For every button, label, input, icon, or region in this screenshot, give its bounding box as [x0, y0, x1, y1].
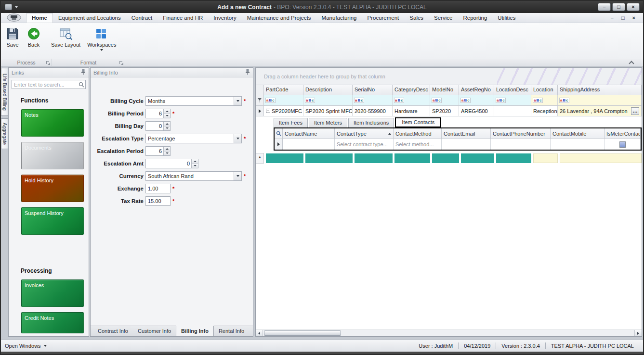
- tab-item-meters[interactable]: Item Meters: [309, 118, 347, 127]
- filter-cell-locationdesc[interactable]: aBc: [494, 95, 531, 105]
- filter-cell-location[interactable]: aBc: [531, 95, 558, 105]
- filter-cell-shippingaddress[interactable]: aBc: [558, 95, 642, 105]
- ribbon-tab-home[interactable]: Home: [26, 13, 53, 23]
- cell-location[interactable]: Reception: [531, 106, 558, 116]
- column-header-categorydesc[interactable]: CategoryDesc: [393, 85, 430, 95]
- filter-cell-partcode[interactable]: aBc: [264, 95, 303, 105]
- column-header-assetregno[interactable]: AssetRegNo: [459, 85, 494, 95]
- exchange-field[interactable]: 1.00: [145, 184, 171, 193]
- save-layout-button[interactable]: Save Layout: [48, 25, 84, 58]
- contacts-data-row[interactable]: Select contract type... Select method...: [275, 139, 641, 150]
- side-tab-life-based-billing[interactable]: Life Based Billing: [1, 68, 8, 116]
- tab-contract-info[interactable]: Contract Info: [93, 326, 133, 336]
- tab-item-inclusions[interactable]: Item Inclusions: [348, 118, 394, 127]
- format-dialog-launcher-icon[interactable]: [119, 61, 123, 65]
- new-row-cell-lookup[interactable]: [560, 153, 642, 163]
- shipping-address-ellipsis-button[interactable]: …: [631, 107, 639, 115]
- back-button[interactable]: Back: [23, 25, 44, 58]
- dropdown-button[interactable]: [234, 172, 241, 180]
- tab-billing-info[interactable]: Billing Info: [176, 326, 214, 336]
- cell-locationdesc[interactable]: [494, 106, 531, 116]
- billing-period-spinner[interactable]: 6: [145, 109, 171, 118]
- new-row-cell[interactable]: [496, 153, 531, 163]
- cell-contactmethod[interactable]: Select method...: [394, 139, 442, 150]
- escalation-type-combobox[interactable]: Percentage: [145, 134, 242, 143]
- new-row-cell[interactable]: [305, 153, 353, 163]
- tab-customer-info[interactable]: Customer Info: [133, 326, 176, 336]
- scroll-left-button[interactable]: [256, 330, 263, 336]
- is-meter-contact-checkbox[interactable]: [619, 141, 626, 148]
- filter-cell-categorydesc[interactable]: aBc: [393, 95, 430, 105]
- dropdown-button[interactable]: [234, 97, 241, 105]
- column-header-serialno[interactable]: SerialNo: [353, 85, 393, 95]
- function-button-documents[interactable]: Documents: [21, 142, 84, 169]
- horizontal-scrollbar[interactable]: [256, 330, 642, 336]
- function-button-suspend-history[interactable]: Suspend History: [21, 207, 84, 235]
- application-menu-button[interactable]: [7, 13, 21, 22]
- escalation-amt-spinner[interactable]: 0: [145, 159, 198, 168]
- column-header-locationdesc[interactable]: LocationDesc: [494, 85, 531, 95]
- row-indicator[interactable]: [256, 106, 264, 116]
- new-row-cell[interactable]: [432, 153, 459, 163]
- column-header-partcode[interactable]: PartCode: [264, 85, 303, 95]
- cell-contactemail[interactable]: [442, 139, 491, 150]
- open-windows-button[interactable]: Open Windows: [5, 343, 47, 349]
- cell-categorydesc[interactable]: Hardware: [393, 106, 430, 116]
- maximize-button[interactable]: □: [612, 3, 625, 11]
- column-header-contactemail[interactable]: ContactEmail: [442, 128, 491, 139]
- cell-contactphonenumber[interactable]: [491, 139, 551, 150]
- ribbon-tab-contract[interactable]: Contract: [126, 13, 158, 23]
- scrollbar-thumb[interactable]: [264, 330, 341, 336]
- column-header-contactmobile[interactable]: ContactMobile: [551, 128, 605, 139]
- new-row-cell-lookup[interactable]: [533, 153, 558, 163]
- tab-rental-info[interactable]: Rental Info: [214, 326, 249, 336]
- spin-up-button[interactable]: [164, 122, 170, 126]
- spin-down-button[interactable]: [164, 126, 170, 131]
- contact-row-indicator[interactable]: [275, 139, 283, 150]
- grid-data-row[interactable]: SP2020MFC SP2020 Sprint MFC 2020-559900 …: [256, 106, 642, 116]
- pin-icon[interactable]: [81, 69, 86, 76]
- cell-partcode[interactable]: SP2020MFC: [264, 106, 303, 116]
- close-button[interactable]: ×: [627, 3, 640, 11]
- column-header-shippingaddress[interactable]: ShippingAddress: [558, 85, 642, 95]
- new-row-cell[interactable]: [461, 153, 494, 163]
- column-header-contactphonenumber[interactable]: ContactPhoneNumber: [491, 128, 551, 139]
- ribbon-tab-finance-and-hr[interactable]: Finance and HR: [158, 13, 208, 23]
- processing-button-invoices[interactable]: Invoices: [21, 279, 84, 307]
- spin-up-button[interactable]: [164, 147, 170, 151]
- column-header-ismetercontact[interactable]: IsMeterContact: [605, 128, 641, 139]
- tax-rate-field[interactable]: 15.00: [145, 196, 171, 206]
- dropdown-button[interactable]: [234, 134, 241, 143]
- cell-contactmobile[interactable]: [551, 139, 605, 150]
- cell-description[interactable]: SP2020 Sprint MFC: [303, 106, 353, 116]
- ribbon-tab-sales[interactable]: Sales: [404, 13, 429, 23]
- cell-shippingaddress[interactable]: 26 Lavendar , 94A Crompton …: [558, 106, 642, 116]
- spin-up-button[interactable]: [192, 159, 198, 164]
- collapse-row-icon[interactable]: [266, 109, 270, 113]
- app-icon[interactable]: [5, 4, 12, 10]
- function-button-notes[interactable]: Notes: [21, 109, 84, 137]
- cell-assetregno[interactable]: AREG4500: [459, 106, 494, 116]
- tab-item-fees[interactable]: Item Fees: [274, 118, 308, 127]
- save-button[interactable]: Save: [2, 25, 23, 58]
- contacts-search-cell[interactable]: [275, 128, 283, 139]
- ribbon-tab-inventory[interactable]: Inventory: [208, 13, 241, 23]
- cell-contacttype[interactable]: Select contract type...: [335, 139, 394, 150]
- ribbon-tab-maintenance-and-projects[interactable]: Maintenance and Projects: [242, 13, 316, 23]
- billing-cycle-combobox[interactable]: Months: [145, 96, 242, 106]
- search-icon[interactable]: [79, 82, 84, 89]
- process-dialog-launcher-icon[interactable]: [46, 61, 50, 65]
- new-row-cell[interactable]: [394, 153, 430, 163]
- escalation-period-spinner[interactable]: 6: [145, 146, 171, 156]
- mdi-close-icon[interactable]: ×: [632, 15, 635, 20]
- ribbon-tab-equipment-and-locations[interactable]: Equipment and Locations: [53, 13, 126, 23]
- ribbon-tab-utilities[interactable]: Utilities: [492, 13, 521, 23]
- ribbon-tab-reporting[interactable]: Reporting: [458, 13, 492, 23]
- function-button-hold-history[interactable]: Hold History: [21, 175, 84, 202]
- scroll-right-button[interactable]: [634, 330, 642, 336]
- column-header-contactname[interactable]: ContactName: [283, 128, 335, 139]
- workspaces-dropdown-caret-icon[interactable]: [100, 49, 103, 51]
- pin-icon[interactable]: [245, 69, 250, 76]
- filter-cell-description[interactable]: aBc: [303, 95, 353, 105]
- cell-ismetercontact[interactable]: [605, 139, 641, 150]
